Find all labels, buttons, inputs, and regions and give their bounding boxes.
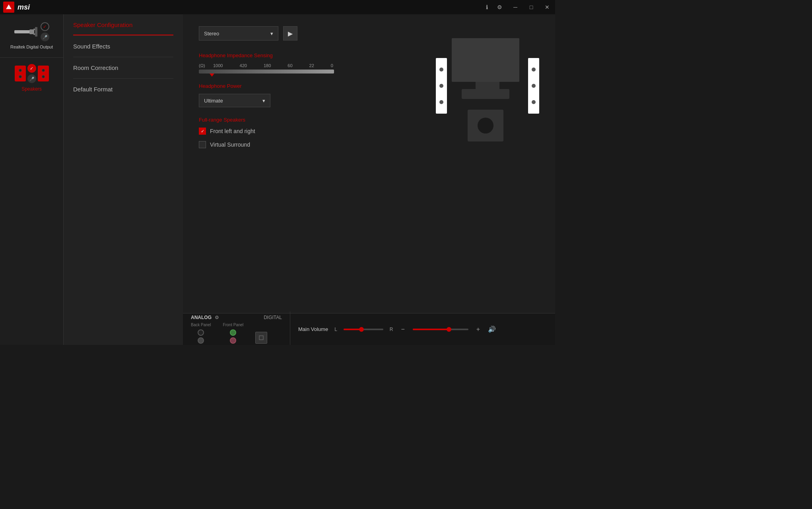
title-bar-left: msi <box>3 2 30 13</box>
nav-item-speaker-config[interactable]: Speaker Configuration <box>64 14 183 35</box>
speaker-icon-left <box>15 66 26 81</box>
nav-item-sound-effects[interactable]: Sound Effects <box>64 36 183 57</box>
impedance-marker <box>210 74 214 77</box>
volume-minus-button[interactable]: − <box>400 325 406 334</box>
speaker-dot-bottom2 <box>42 75 45 78</box>
check-badge-device: ✓ <box>41 22 49 31</box>
checkbox-virtual-surround-label: Virtual Surround <box>210 141 250 148</box>
device-icon-area: ✓ 🎤 <box>14 22 49 41</box>
speakers-label: Speakers <box>21 86 42 92</box>
svg-rect-5 <box>35 27 37 37</box>
impedance-track[interactable] <box>199 70 334 74</box>
nav-menu: Speaker Configuration Sound Effects Room… <box>64 14 183 345</box>
optical-icon <box>258 335 264 341</box>
check-badge-speaker: ✓ <box>27 64 36 73</box>
info-button[interactable]: ℹ <box>482 2 491 12</box>
main-content: Stereo ▾ ▶ Headphone Impedance Sensing (… <box>183 14 555 313</box>
diag-right-dot-3 <box>532 100 536 104</box>
speaker-volume-icon[interactable]: 🔊 <box>488 325 496 333</box>
volume-section: Main Volume L R − + 🔊 <box>290 325 555 334</box>
svg-rect-1 <box>14 30 30 33</box>
title-bar: msi ℹ ⚙ ─ □ ✕ <box>0 0 555 14</box>
diag-monitor-stand <box>476 82 499 90</box>
main-volume-fill <box>413 329 449 330</box>
analog-gear-icon[interactable]: ⚙ <box>215 315 220 320</box>
settings-button[interactable]: ⚙ <box>495 2 504 12</box>
analog-label: ANALOG <box>191 315 212 320</box>
lr-volume-track[interactable] <box>344 329 383 330</box>
title-bar-right: ℹ ⚙ ─ □ ✕ <box>482 2 552 12</box>
impedance-label-0: 1000 <box>213 63 223 68</box>
diag-right-dot-2 <box>532 84 536 88</box>
port-black[interactable] <box>198 329 204 336</box>
svg-rect-2 <box>29 29 34 34</box>
diag-left-dot-1 <box>439 68 443 72</box>
msi-logo <box>3 2 14 13</box>
svg-rect-7 <box>260 336 263 339</box>
impedance-label-3: 60 <box>288 63 292 68</box>
speaker-dot-top2 <box>42 69 45 72</box>
mic-badge-speaker: 🎤 <box>27 74 36 83</box>
device-label: Realtek Digital Output <box>10 45 53 49</box>
nav-item-default-format[interactable]: Default Format <box>64 79 183 100</box>
diag-right-dot-1 <box>532 68 536 72</box>
speakers-icons: ✓ 🎤 <box>15 64 49 83</box>
play-button[interactable]: ▶ <box>283 26 297 41</box>
port-green[interactable] <box>230 329 236 336</box>
nav-item-room-correction[interactable]: Room Correction <box>64 57 183 78</box>
digital-output-device[interactable]: ✓ 🎤 Realtek Digital Output <box>0 14 63 58</box>
checkbox-front-lr[interactable] <box>199 128 206 135</box>
volume-label: Main Volume <box>298 326 328 332</box>
analog-ports: Back Panel Front Panel <box>191 323 282 344</box>
close-button[interactable]: ✕ <box>542 2 552 12</box>
plug-icon <box>14 27 38 37</box>
impedance-label-4: 22 <box>309 63 314 68</box>
diag-left-dot-3 <box>439 100 443 104</box>
front-panel-label: Front Panel <box>223 323 244 327</box>
front-panel-col: Front Panel <box>223 323 244 344</box>
title-bar-icons: ℹ ⚙ <box>482 2 504 12</box>
checkbox-front-lr-label: Front left and right <box>210 128 255 134</box>
speaker-icon-right <box>38 66 49 81</box>
speaker-dot-top <box>19 69 22 72</box>
main-volume-track[interactable] <box>413 329 468 330</box>
digital-label: DIGITAL <box>264 315 282 320</box>
back-panel-col: Back Panel <box>191 323 211 344</box>
port-pink[interactable] <box>230 337 236 344</box>
digital-port-icon[interactable] <box>255 332 267 344</box>
sidebar: ✓ 🎤 Realtek Digital Output ✓ 🎤 <box>0 14 64 345</box>
back-panel-label: Back Panel <box>191 323 211 327</box>
analog-header: ANALOG ⚙ DIGITAL <box>191 315 282 320</box>
digital-port-col <box>255 323 267 344</box>
msi-brand-text: msi <box>17 3 30 12</box>
speakers-section[interactable]: ✓ 🎤 Speakers <box>0 58 63 98</box>
port-gray[interactable] <box>198 337 204 344</box>
l-label: L <box>334 327 337 332</box>
diag-right-speaker <box>528 58 539 114</box>
impedance-label-2: 180 <box>264 63 271 68</box>
bottom-bar: ANALOG ⚙ DIGITAL Back Panel Front Panel <box>183 313 555 345</box>
impedance-label-1: 420 <box>240 63 247 68</box>
volume-plus-button[interactable]: + <box>475 325 482 334</box>
diag-subwoofer <box>468 110 503 141</box>
speaker-diagram <box>436 38 539 149</box>
minimize-button[interactable]: ─ <box>511 2 520 12</box>
diag-left-speaker <box>436 58 447 114</box>
analog-section: ANALOG ⚙ DIGITAL Back Panel Front Panel <box>183 312 290 345</box>
speaker-dot-bottom <box>19 75 22 78</box>
power-select[interactable]: Ultimate ▾ <box>199 94 270 107</box>
checkbox-virtual-surround[interactable] <box>199 141 206 148</box>
stereo-select[interactable]: Stereo ▾ <box>199 26 278 41</box>
diag-left-dot-2 <box>439 84 443 88</box>
mic-badge-device: 🎤 <box>41 33 49 41</box>
diag-monitor <box>452 38 519 82</box>
impedance-unit: (Ω) <box>199 63 211 68</box>
svg-marker-0 <box>6 4 12 9</box>
diag-sub-hole <box>478 118 493 134</box>
lr-volume-thumb[interactable] <box>359 327 364 332</box>
maximize-button[interactable]: □ <box>526 2 536 12</box>
main-volume-thumb[interactable] <box>447 327 451 332</box>
impedance-label-5: 0 <box>331 63 333 68</box>
diag-monitor-base <box>462 89 509 99</box>
r-label: R <box>390 327 393 332</box>
